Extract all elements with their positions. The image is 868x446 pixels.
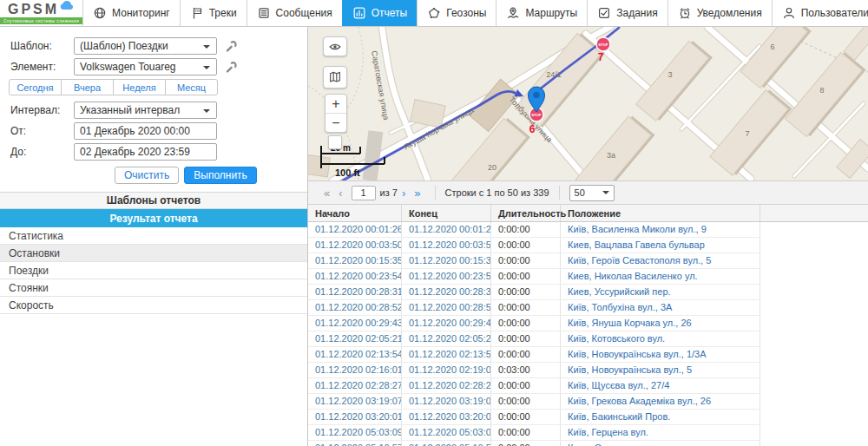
tab-tasks[interactable]: Задания	[587, 0, 667, 26]
map-visibility-button[interactable]	[323, 36, 347, 56]
rows-info-label: Строки с 1 по 50 из 339	[445, 187, 549, 198]
quick-range-week[interactable]: Неделя	[113, 79, 166, 95]
to-date-input[interactable]: 02 Декабрь 2020 23:59	[74, 143, 217, 161]
element-select[interactable]: Volkswagen Touareg	[74, 58, 217, 75]
template-settings-button[interactable]	[225, 40, 238, 53]
interval-select[interactable]: Указанный интервал	[74, 102, 217, 119]
wrench-icon	[225, 40, 238, 53]
table-cell: 0:00:00	[491, 410, 561, 424]
table-cell: Київ, Новоукраїнська вул., 5	[561, 363, 760, 377]
table-row[interactable]: 01.12.2020 03:19:0701.12.2020 03:19:070:…	[308, 394, 760, 410]
tab-reports[interactable]: Отчеты	[342, 0, 417, 26]
tab-label: Треки	[209, 7, 237, 19]
globe-icon	[93, 6, 107, 20]
map-extra-button[interactable]	[328, 135, 342, 149]
table-row[interactable]: 01.12.2020 00:01:2601.12.2020 00:01:260:…	[308, 222, 760, 238]
map-view[interactable]: Саратовская улица Якуша Корчака улица То…	[308, 27, 868, 181]
last-page-button[interactable]: »	[410, 187, 424, 200]
to-label: До:	[10, 146, 74, 158]
interval-label: Интервал:	[10, 104, 74, 116]
tab-tracks[interactable]: Треки	[180, 0, 247, 26]
tab-monitoring[interactable]: Мониторинг	[82, 0, 180, 26]
element-label: Элемент:	[10, 61, 74, 73]
tab-users[interactable]: Пользователи	[772, 0, 868, 26]
table-row[interactable]: 01.12.2020 00:28:3101.12.2020 00:28:310:…	[308, 285, 760, 300]
alarm-clock-icon	[678, 6, 692, 20]
table-cell: 01.12.2020 05:10:57	[402, 441, 491, 446]
table-cell: 01.12.2020 05:10:57	[308, 441, 402, 446]
tab-notifications[interactable]: Уведомления	[667, 0, 772, 26]
table-cell: Київ, Василенка Миколи вул., 9	[561, 222, 760, 237]
table-row[interactable]: 01.12.2020 02:28:2701.12.2020 02:28:270:…	[308, 378, 760, 394]
to-date-value: 02 Декабрь 2020 23:59	[80, 146, 190, 158]
table-cell: 01.12.2020 02:28:27	[308, 378, 402, 393]
tab-geozones[interactable]: Геозоны	[417, 0, 496, 26]
table-cell: 0:00:00	[491, 238, 561, 253]
prev-page-button[interactable]: ‹	[334, 187, 346, 200]
svg-text:STOP: STOP	[598, 43, 608, 47]
quick-range-today[interactable]: Сегодня	[9, 79, 62, 95]
page-size-select[interactable]: 50	[569, 185, 615, 201]
table-cell: 0:03:00	[491, 363, 561, 377]
table-row[interactable]: 01.12.2020 00:03:5001.12.2020 00:03:500:…	[308, 238, 760, 253]
table-cell: 0:00:00	[491, 441, 561, 446]
table-cell: 01.12.2020 02:05:21	[308, 331, 402, 346]
list-item-statistics[interactable]: Статистика	[0, 227, 307, 245]
map-layers-button[interactable]	[323, 66, 347, 89]
list-item-trips[interactable]: Поездки	[0, 262, 307, 279]
clear-button[interactable]: Очистить	[115, 167, 179, 184]
element-settings-button[interactable]	[225, 61, 238, 74]
first-page-button[interactable]: «	[319, 187, 334, 200]
column-header-location[interactable]: Положение	[561, 205, 760, 221]
column-header-end[interactable]: Конец	[402, 205, 491, 221]
table-cell: 01.12.2020 00:01:26	[402, 222, 491, 237]
zoom-in-button[interactable]: +	[326, 95, 346, 113]
route-pin-icon	[506, 6, 520, 20]
template-select[interactable]: (Шаблон) Поездки	[74, 37, 217, 55]
table-row[interactable]: 01.12.2020 00:28:5201.12.2020 00:28:520:…	[308, 300, 760, 316]
quick-range-group: Сегодня Вчера Неделя Месяц	[9, 79, 218, 95]
tab-routes[interactable]: Маршруты	[496, 0, 587, 26]
eye-icon	[328, 40, 342, 54]
next-page-button[interactable]: ›	[398, 187, 410, 200]
tab-label: Геозоны	[446, 7, 486, 19]
table-cell: Киев, Уссурийский пер.	[561, 285, 760, 299]
table-cell: 01.12.2020 03:19:07	[402, 394, 491, 409]
table-cell: 01.12.2020 00:29:43	[402, 316, 491, 331]
table-cell: 0:00:00	[491, 253, 561, 268]
column-header-duration[interactable]: Длительность	[491, 205, 561, 221]
table-cell: 0:00:00	[491, 222, 561, 237]
page-number-input[interactable]	[352, 186, 376, 200]
table-cell: 0:00:00	[491, 394, 561, 409]
quick-range-yesterday[interactable]: Вчера	[61, 79, 114, 95]
tab-messages[interactable]: Сообщения	[247, 0, 342, 26]
table-row[interactable]: 01.12.2020 02:05:2101.12.2020 02:05:210:…	[308, 331, 760, 347]
list-item-parkings[interactable]: Стоянки	[0, 279, 307, 297]
column-header-start[interactable]: Начало	[308, 205, 402, 221]
from-date-input[interactable]: 01 Декабрь 2020 00:00	[74, 122, 217, 140]
table-row[interactable]: 01.12.2020 05:10:5701.12.2020 05:10:570:…	[308, 441, 760, 446]
tab-label: Отчеты	[372, 7, 407, 19]
zoom-out-button[interactable]: −	[326, 113, 346, 132]
table-row[interactable]: 01.12.2020 02:16:0101.12.2020 02:19:010:…	[308, 363, 760, 378]
table-cell: Киев, Соломенская пл.	[561, 441, 760, 446]
quick-range-month[interactable]: Месяц	[165, 79, 218, 95]
building-label: 3	[667, 70, 672, 79]
table-row[interactable]: 01.12.2020 00:29:4301.12.2020 00:29:430:…	[308, 316, 760, 331]
table-cell: 0:00:00	[491, 378, 561, 393]
table-cell: 01.12.2020 02:13:54	[308, 347, 402, 362]
table-row[interactable]: 01.12.2020 00:15:3501.12.2020 00:15:350:…	[308, 253, 760, 269]
list-item-stops[interactable]: Остановки	[0, 245, 307, 262]
template-label: Шаблон:	[10, 40, 74, 52]
report-sidebar: Шаблон: (Шаблон) Поездки Элемент: Vol	[0, 27, 308, 446]
templates-section-header[interactable]: Шаблоны отчетов	[0, 192, 307, 209]
table-row[interactable]: 01.12.2020 00:23:5401.12.2020 00:23:540:…	[308, 269, 760, 285]
table-row[interactable]: 01.12.2020 02:13:5401.12.2020 02:13:540:…	[308, 347, 760, 363]
result-section-header[interactable]: Результат отчета	[0, 209, 307, 227]
table-row[interactable]: 01.12.2020 05:03:0901.12.2020 05:03:090:…	[308, 425, 760, 441]
list-item-speed[interactable]: Скорость	[0, 297, 307, 314]
building-label: 7	[745, 129, 749, 138]
table-cell: 01.12.2020 02:13:54	[402, 347, 491, 362]
table-row[interactable]: 01.12.2020 03:20:0101.12.2020 03:20:010:…	[308, 410, 760, 425]
run-button[interactable]: Выполнить	[184, 167, 257, 184]
